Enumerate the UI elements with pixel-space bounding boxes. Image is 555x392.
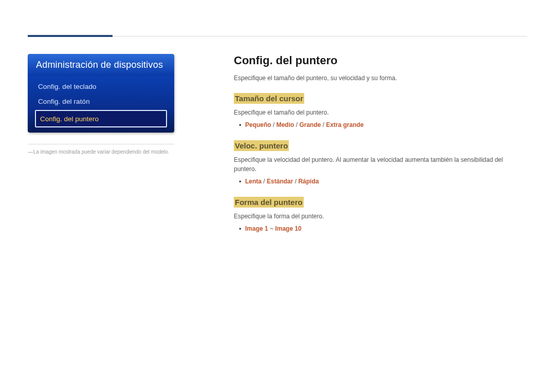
menu-header: Administración de dispositivos: [28, 54, 174, 76]
option-estandar: Estándar: [267, 178, 293, 185]
section-title-tamano: Tamaño del cursor: [234, 93, 304, 104]
section-desc-tamano: Especifique el tamaño del puntero.: [234, 108, 527, 117]
content: Config. del puntero Especifique el tamañ…: [234, 54, 527, 245]
sidebar-note: La imagen mostrada puede variar dependie…: [28, 148, 174, 156]
intro-text: Especifique el tamaño del puntero, su ve…: [234, 74, 527, 82]
menu-box: Administración de dispositivos Config. d…: [28, 54, 174, 133]
option-pequeno: Pequeño: [245, 121, 271, 128]
page-title: Config. del puntero: [234, 54, 527, 67]
option-lenta: Lenta: [245, 178, 262, 185]
section-desc-forma: Especifique la forma del puntero.: [234, 212, 527, 221]
option-grande: Grande: [299, 121, 321, 128]
section-desc-veloc: Especifique la velocidad del puntero. Al…: [234, 155, 527, 174]
section-tamano: Tamaño del cursor Especifique el tamaño …: [234, 93, 527, 130]
option-sep: /: [273, 121, 276, 128]
option-medio: Medio: [276, 121, 294, 128]
option-rapida: Rápida: [298, 178, 319, 185]
section-veloc: Veloc. puntero Especifique la velocidad …: [234, 140, 527, 186]
menu-item-raton[interactable]: Config. del ratón: [35, 94, 167, 109]
menu-item-puntero[interactable]: Config. del puntero: [35, 110, 167, 127]
top-divider-accent: [28, 35, 113, 37]
menu-body: Config. del teclado Config. del ratón Co…: [28, 76, 174, 133]
option-line-forma: Image 1 ~ Image 10: [234, 224, 527, 234]
option-image1: Image 1: [245, 225, 268, 232]
sidebar: Administración de dispositivos Config. d…: [28, 54, 174, 156]
menu-item-teclado[interactable]: Config. del teclado: [35, 79, 167, 94]
option-image10: Image 10: [275, 225, 301, 232]
section-title-veloc: Veloc. puntero: [234, 140, 289, 151]
option-line-veloc: Lenta / Estándar / Rápida: [234, 177, 527, 186]
section-title-forma: Forma del puntero: [234, 197, 304, 208]
sidebar-divider: [28, 144, 174, 144]
menu-item-puntero-label: Config. del puntero: [40, 115, 99, 123]
option-extra-grande: Extra grande: [326, 121, 363, 128]
option-tilde: ~: [270, 225, 275, 232]
section-forma: Forma del puntero Especifique la forma d…: [234, 197, 527, 234]
option-line-tamano: Pequeño / Medio / Grande / Extra grande: [234, 120, 527, 130]
